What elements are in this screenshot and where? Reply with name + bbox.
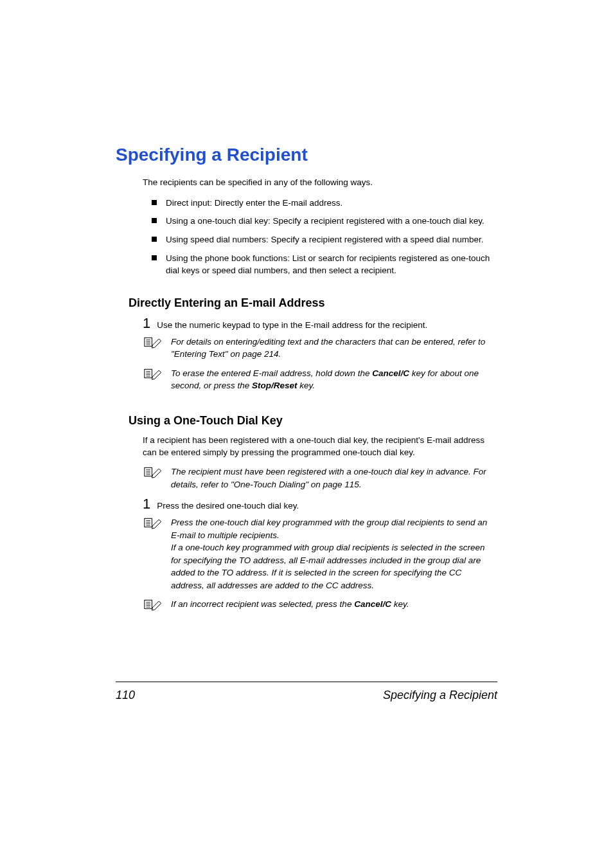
bullet-list: Direct input: Directly enter the E-mail … <box>152 197 497 277</box>
svg-rect-20 <box>145 601 152 609</box>
document-page: Specifying a Recipient The recipients ca… <box>0 0 613 868</box>
note-text-fragment: If an incorrect recipient was selected, … <box>171 599 354 609</box>
note-block: To erase the entered E-mail address, hol… <box>143 367 497 392</box>
note-block: For details on entering/editing text and… <box>143 336 497 361</box>
page-title: Specifying a Recipient <box>116 145 497 165</box>
section-heading-direct-entry: Directly Entering an E-mail Address <box>129 296 497 310</box>
list-item: Using a one-touch dial key: Specify a re… <box>152 215 497 228</box>
note-text-fragment: To erase the entered E-mail address, hol… <box>171 368 372 378</box>
list-item: Direct input: Directly enter the E-mail … <box>152 197 497 210</box>
note-text-fragment: key. <box>298 381 315 390</box>
step-1-section1: 1 Use the numeric keypad to type in the … <box>143 316 497 332</box>
footer-rule <box>116 682 497 682</box>
note-block: The recipient must have been registered … <box>143 466 497 491</box>
note-text-bold: Cancel/C <box>372 368 409 378</box>
step-1-section2: 1 Press the desired one-touch dial key. <box>143 497 497 512</box>
note-pen-icon <box>143 466 164 480</box>
svg-rect-15 <box>145 518 152 527</box>
note-text: The recipient must have been registered … <box>171 466 497 491</box>
note-text: To erase the entered E-mail address, hol… <box>171 367 497 392</box>
note-text-bold: Cancel/C <box>354 599 391 609</box>
svg-rect-10 <box>145 467 152 476</box>
note-text-bold: Stop/Reset <box>252 381 298 390</box>
list-item: Using the phone book functions: List or … <box>152 252 497 277</box>
note-pen-icon <box>143 516 164 530</box>
body-paragraph: If a recipient has been registered with … <box>143 434 497 459</box>
note-block: If an incorrect recipient was selected, … <box>143 598 497 612</box>
note-pen-icon <box>143 367 164 381</box>
list-item: Using speed dial numbers: Specify a reci… <box>152 233 497 246</box>
running-title: Specifying a Recipient <box>383 689 497 702</box>
page-footer: 110 Specifying a Recipient <box>116 682 497 702</box>
intro-paragraph: The recipients can be specified in any o… <box>143 177 497 189</box>
note-text: Press the one-touch dial key programmed … <box>171 516 497 592</box>
note-text: If an incorrect recipient was selected, … <box>171 598 415 611</box>
svg-rect-0 <box>145 338 152 346</box>
note-pen-icon <box>143 598 164 612</box>
step-number: 1 <box>143 316 150 330</box>
note-block: Press the one-touch dial key programmed … <box>143 516 497 592</box>
page-number: 110 <box>116 689 135 702</box>
step-number: 1 <box>143 497 150 511</box>
note-pen-icon <box>143 336 164 350</box>
svg-rect-5 <box>145 369 152 377</box>
note-text: For details on entering/editing text and… <box>171 336 497 361</box>
section-heading-one-touch: Using a One-Touch Dial Key <box>129 414 497 428</box>
step-text: Use the numeric keypad to type in the E-… <box>157 320 427 332</box>
note-text-fragment: key. <box>391 599 409 609</box>
step-text: Press the desired one-touch dial key. <box>157 500 299 512</box>
